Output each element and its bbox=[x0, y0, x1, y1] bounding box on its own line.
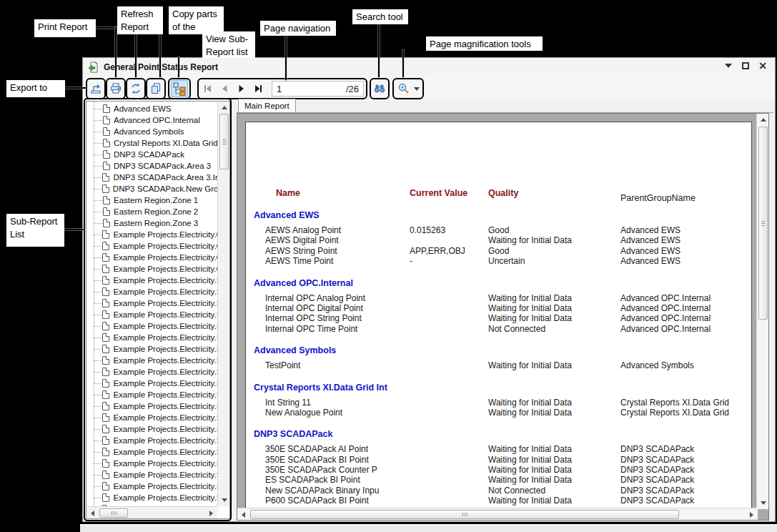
report-row: ES SCADAPack BI Point Waiting for Initia… bbox=[246, 475, 751, 485]
tree-item[interactable]: Example Projects.Electricity.S bbox=[86, 389, 217, 400]
tree-item[interactable]: Example Projects.Electricity.S bbox=[86, 286, 217, 297]
close-icon[interactable]: ✕ bbox=[758, 61, 768, 71]
tree-item[interactable]: Example Projects.Electricity.S bbox=[86, 412, 217, 423]
copy-report-button[interactable] bbox=[146, 78, 166, 99]
tree-item[interactable]: DNP3 SCADAPack.Area 3.Int bbox=[86, 172, 217, 183]
tree-item[interactable]: Example Projects.Electricity.C bbox=[86, 240, 217, 252]
tree-item[interactable]: Example Projects.Electricity.S bbox=[86, 355, 217, 366]
report-horizontal-scrollbar[interactable] bbox=[237, 508, 758, 520]
tree-item[interactable]: Example Projects.Electricity.C bbox=[86, 252, 217, 263]
report-hscroll-thumb[interactable] bbox=[250, 510, 679, 519]
chevron-down-icon[interactable] bbox=[414, 87, 420, 91]
report-row: 350E SCADAPack BI Point Waiting for Init… bbox=[246, 455, 751, 465]
tree-item[interactable]: Advanced Symbols bbox=[86, 126, 217, 137]
tree-horizontal-scrollbar[interactable] bbox=[86, 506, 217, 518]
tree-item[interactable]: Example Projects.Electricity.S bbox=[86, 309, 217, 320]
document-icon bbox=[102, 299, 109, 307]
tree-item[interactable]: DNP3 SCADAPack.New Group bbox=[86, 183, 217, 194]
tree-item[interactable]: Example Projects.Electricity.S bbox=[86, 458, 217, 469]
tree-item-label: Example Projects.Electricity.S bbox=[113, 459, 217, 468]
page-number-field[interactable]: 1 /26 bbox=[272, 81, 364, 97]
chevron-down-icon[interactable] bbox=[723, 61, 733, 71]
report-vscroll-thumb[interactable] bbox=[758, 127, 768, 320]
scroll-up-icon[interactable] bbox=[218, 102, 230, 114]
tree-item[interactable]: Example Projects.Electricity.S bbox=[86, 320, 217, 332]
scroll-right-icon[interactable] bbox=[746, 508, 758, 521]
page-magnification-button[interactable] bbox=[392, 78, 424, 99]
tree-item[interactable]: Example Projects.Electricity.S bbox=[86, 446, 217, 458]
scroll-left-icon[interactable] bbox=[86, 507, 99, 519]
tree-item[interactable]: Example Projects.Electricity.C bbox=[86, 229, 217, 240]
search-tool-button[interactable] bbox=[370, 78, 390, 99]
cell-parent: Advanced EWS bbox=[620, 246, 681, 256]
export-to-file-button[interactable] bbox=[86, 78, 106, 99]
tree-vscroll-thumb[interactable] bbox=[219, 114, 229, 169]
tree-item[interactable]: Example Projects.Electricity.S bbox=[86, 435, 217, 446]
tree-item[interactable]: DNP3 SCADAPack.Area 3 bbox=[86, 160, 217, 172]
tree-item[interactable]: Example Projects.Electricity.S bbox=[86, 469, 217, 481]
tree-item[interactable]: Example Projects.Electricity.S bbox=[86, 343, 217, 355]
cell-parent: DNP3 SCADAPack bbox=[620, 475, 694, 485]
report-vertical-scrollbar[interactable] bbox=[756, 114, 768, 509]
tree-item[interactable]: Example Projects.Electricity.C bbox=[86, 263, 217, 275]
callout-line-print-h bbox=[96, 27, 116, 29]
cell-quality: Waiting for Initial Data bbox=[488, 303, 572, 313]
cell-parent: Advanced OPC.Internal bbox=[620, 303, 711, 313]
tree-item[interactable]: Example Projects.Electricity.S bbox=[86, 378, 217, 389]
first-page-icon[interactable] bbox=[199, 80, 216, 97]
last-page-icon[interactable] bbox=[250, 80, 267, 97]
tree-item[interactable]: Example Projects.Electricity.S bbox=[86, 400, 217, 412]
document-icon bbox=[103, 116, 110, 124]
cell-quality: Waiting for Initial Data bbox=[488, 360, 572, 370]
scroll-right-icon[interactable] bbox=[205, 507, 217, 519]
scroll-up-icon[interactable] bbox=[757, 114, 769, 126]
export-icon bbox=[89, 82, 102, 95]
tree-item[interactable]: Example Projects.Electricity.S bbox=[86, 481, 217, 492]
refresh-report-button[interactable] bbox=[126, 78, 146, 99]
tree-item[interactable]: Example Projects.Electricity.S bbox=[86, 332, 217, 343]
cell-name: ES SCADAPack BI Point bbox=[265, 475, 360, 485]
scroll-left-icon[interactable] bbox=[237, 508, 249, 521]
cell-name: 350E SCADAPack AI Point bbox=[265, 444, 368, 454]
tree-item[interactable]: Eastern Region.Zone 2 bbox=[86, 206, 217, 217]
tab-main-report[interactable]: Main Report bbox=[238, 99, 296, 112]
tree-item[interactable]: Eastern Region.Zone 3 bbox=[86, 217, 217, 229]
cell-quality: Good bbox=[488, 246, 509, 256]
tree-item[interactable]: Example Projects.Electricity.S bbox=[86, 275, 217, 286]
tree-item[interactable]: Advanced EWS bbox=[86, 103, 217, 114]
tree-item-label: Eastern Region.Zone 2 bbox=[114, 207, 198, 216]
scroll-down-icon[interactable] bbox=[757, 497, 769, 509]
tree-branch-line bbox=[94, 406, 102, 407]
document-icon bbox=[102, 333, 109, 342]
tree-item[interactable]: Example Projects.Electricity.S bbox=[86, 492, 217, 503]
scroll-down-icon[interactable] bbox=[218, 494, 230, 506]
tree-vertical-scrollbar[interactable] bbox=[217, 102, 229, 506]
tree-item-label: Advanced EWS bbox=[114, 104, 172, 113]
cell-quality: Good bbox=[488, 225, 509, 235]
callout-copy-report: Copy parts of the report bbox=[169, 6, 224, 34]
tree-hscroll-thumb[interactable] bbox=[99, 508, 128, 518]
title-bar[interactable]: General Point Status Report ✕ bbox=[83, 58, 775, 77]
document-icon bbox=[102, 310, 109, 319]
report-row: Internal OPC Analog Point Waiting for In… bbox=[246, 293, 751, 303]
view-subreport-list-button[interactable] bbox=[168, 78, 191, 99]
report-row: Internal OPC Time Point Not Connected Ad… bbox=[246, 324, 751, 334]
binoculars-icon bbox=[373, 82, 386, 95]
tree-item[interactable]: Example Projects.Electricity.S bbox=[86, 297, 217, 309]
screenshot-root: { "callouts": { "print": "Print Report",… bbox=[0, 0, 777, 532]
maximize-icon[interactable] bbox=[741, 61, 751, 71]
callout-line-print bbox=[115, 27, 117, 77]
callout-line-search bbox=[378, 24, 380, 77]
tree-item[interactable]: DNP3 SCADAPack bbox=[86, 149, 217, 160]
report-sections: Advanced EWS AEWS Analog Point 0.015263 … bbox=[246, 210, 751, 513]
previous-page-icon[interactable] bbox=[216, 80, 233, 97]
tree-item[interactable]: Advanced OPC.Internal bbox=[86, 114, 217, 126]
print-report-button[interactable] bbox=[106, 78, 126, 99]
report-section-title: Crystal Reports XI.Data Grid Int bbox=[254, 383, 751, 393]
tree-item-label: Example Projects.Electricity.S bbox=[113, 493, 217, 502]
tree-item[interactable]: Example Projects.Electricity.S bbox=[86, 366, 217, 378]
tree-item[interactable]: Crystal Reports XI.Data Grid bbox=[86, 137, 217, 149]
next-page-icon[interactable] bbox=[233, 80, 250, 97]
tree-item[interactable]: Eastern Region.Zone 1 bbox=[86, 194, 217, 206]
tree-item[interactable]: Example Projects.Electricity.S bbox=[86, 423, 217, 435]
